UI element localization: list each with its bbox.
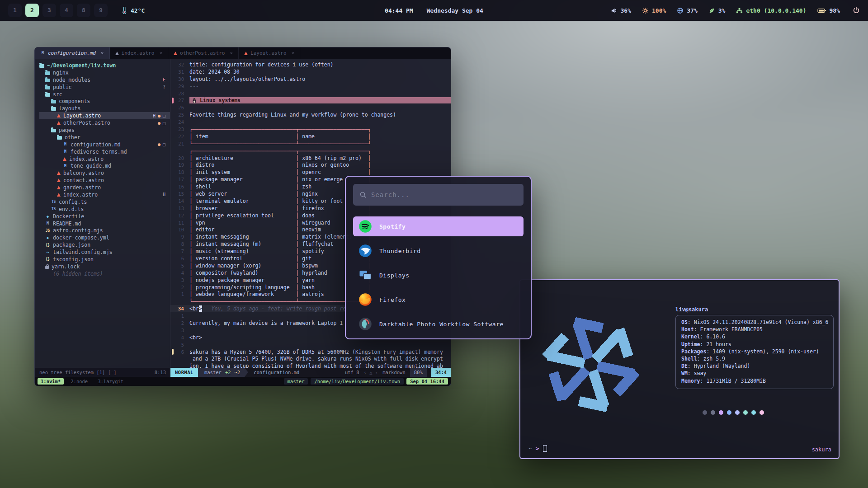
git-added: +2 xyxy=(225,370,231,375)
tree-item-README.md[interactable]: MREADME.md xyxy=(39,220,170,227)
statusline-filename: configuration.md xyxy=(254,370,299,375)
tree-item-index.astro[interactable]: index.astroH xyxy=(39,191,170,198)
line-number: 11 xyxy=(175,220,189,225)
tree-item-Dockerfile[interactable]: ◆Dockerfile xyxy=(39,213,170,220)
table-border: │ xyxy=(296,191,302,197)
line-number: 15 xyxy=(175,191,189,197)
workspace-button-9[interactable]: 9 xyxy=(94,4,108,17)
line-number: 10 xyxy=(175,227,189,232)
editor-tab-otherPost.astro[interactable]: otherPost.astro× xyxy=(168,47,239,59)
astro-file-icon xyxy=(244,52,248,55)
file-encoding: utf-8 xyxy=(345,370,359,375)
launcher-item-firefox[interactable]: Firefox xyxy=(353,290,524,310)
workspace-button-4[interactable]: 4 xyxy=(60,4,73,17)
tmux-window-3:lazygit[interactable]: 3:lazygit xyxy=(94,378,127,385)
line-text: Linux systems xyxy=(189,97,451,103)
battery-widget[interactable]: 98% xyxy=(817,7,840,14)
tree-item-contact.astro[interactable]: contact.astro xyxy=(39,177,170,184)
folder-open-icon xyxy=(39,64,44,68)
line-text: Favorite things regarding Linux and my w… xyxy=(189,112,451,118)
tree-item-src[interactable]: src xyxy=(39,91,170,98)
line-number: 16 xyxy=(175,184,189,189)
workspace-button-2[interactable]: 2 xyxy=(25,4,39,17)
docker-file-icon: ◆ xyxy=(45,214,50,219)
table-border: │ xyxy=(189,248,196,254)
workspace-button-8[interactable]: 8 xyxy=(77,4,90,17)
launcher-item-displays[interactable]: Displays xyxy=(353,265,524,285)
displays-icon xyxy=(359,268,372,282)
temperature-widget: 42°C xyxy=(121,7,145,14)
editor-tab-Layout.astro[interactable]: Layout.astro× xyxy=(239,47,300,59)
editor-tab-configuration.md[interactable]: Mconfiguration.md× xyxy=(35,47,110,59)
tree-item-badges: H●□ xyxy=(153,113,165,118)
tree-item-index.astro[interactable]: index.astro xyxy=(39,155,170,163)
tree-item-astro.config.mjs[interactable]: JSastro.config.mjs xyxy=(39,227,170,234)
power-button[interactable] xyxy=(853,7,860,14)
tree-item-nginx[interactable]: nginx xyxy=(39,69,170,76)
tree-item-docker-compose.yml[interactable]: ◆docker-compose.yml xyxy=(39,234,170,241)
tmux-window-2:node[interactable]: 2:node xyxy=(67,378,91,385)
tree-item-fediverse-terms.md[interactable]: Mfediverse-terms.md xyxy=(39,148,170,155)
table-border: ┌─────────────────────────────────┬─────… xyxy=(189,148,371,154)
tree-item-env.d.ts[interactable]: TSenv.d.ts xyxy=(39,206,170,213)
line-number: 5 xyxy=(175,263,189,268)
tree-item-balcony.astro[interactable]: balcony.astro xyxy=(39,169,170,177)
tree-item-tsconfig.json[interactable]: {}tsconfig.json xyxy=(39,256,170,263)
line-content xyxy=(189,104,193,111)
tree-item-otherPost.astro[interactable]: otherPost.astro●□ xyxy=(39,119,170,127)
fetch-colon: : xyxy=(706,348,712,356)
tmux-window-1:nvim*[interactable]: 1:nvim* xyxy=(38,378,64,385)
line-number: 29 xyxy=(175,84,189,89)
neotree-status-text: neo-tree filesystem [1] [-] xyxy=(39,370,117,375)
workspace-button-1[interactable]: 1 xyxy=(8,4,22,17)
tree-item-pages[interactable]: pages xyxy=(39,127,170,134)
tree-item-node_modules[interactable]: node_modulesE xyxy=(39,76,170,84)
tree-item-package.json[interactable]: {}package.json xyxy=(39,241,170,249)
volume-widget[interactable]: 36% xyxy=(611,7,631,14)
table-border: │ xyxy=(189,176,196,183)
tab-close-icon[interactable]: × xyxy=(159,50,162,56)
tree-item-configuration.md[interactable]: Mconfiguration.md●□ xyxy=(39,141,170,148)
fetch-colon: : xyxy=(688,319,694,326)
terminal-window[interactable]: liv@sakura OS: NixOS 24.11.20240828.71e9… xyxy=(519,279,840,459)
tab-close-icon[interactable]: × xyxy=(230,50,233,56)
neotree-panel[interactable]: ~/Development/liv.town nginxnode_modules… xyxy=(35,59,170,368)
tree-item-Layout.astro[interactable]: Layout.astroH●□ xyxy=(39,112,170,119)
table-border: │ xyxy=(296,198,302,204)
network-usage-widget[interactable]: 37% xyxy=(677,7,697,14)
cpu-widget[interactable]: 3% xyxy=(708,7,726,14)
launcher-item-darktable-photo-workflow-software[interactable]: Darktable Photo Workflow Software xyxy=(353,314,524,334)
line-content xyxy=(189,327,193,333)
tree-root[interactable]: ~/Development/liv.town xyxy=(39,62,170,69)
tree-item-layouts[interactable]: layouts xyxy=(39,105,170,112)
launcher-item-thunderbird[interactable]: Thunderbird xyxy=(353,241,524,261)
launcher-results: SpotifyThunderbirdDisplaysFirefoxDarktab… xyxy=(353,216,524,334)
tree-item-other[interactable]: other xyxy=(39,134,170,141)
globe-icon xyxy=(677,7,684,14)
tree-item-tone-guide.md[interactable]: Mtone-guide.md xyxy=(39,162,170,169)
search-input[interactable]: Search... xyxy=(353,184,524,206)
cursor-position: 34:4 xyxy=(431,368,451,377)
tree-item-public[interactable]: public? xyxy=(39,84,170,91)
typescript-file-icon: TS xyxy=(51,207,56,211)
network-widget[interactable]: eth0 (10.0.0.140) xyxy=(736,7,806,14)
tree-item-config.ts[interactable]: TSconfig.ts xyxy=(39,198,170,206)
workspace-button-3[interactable]: 3 xyxy=(42,4,56,17)
line-text xyxy=(189,104,451,111)
line-content: Linux systems xyxy=(200,97,241,103)
tree-item-garden.astro[interactable]: garden.astro xyxy=(39,184,170,191)
tree-item-name: yarn.lock xyxy=(52,263,80,270)
tree-item-components[interactable]: components xyxy=(39,98,170,105)
tree-item-(6 hidden items)[interactable]: (6 hidden items) xyxy=(39,270,170,277)
tree-item-tailwind.config.mjs[interactable]: ~tailwind.config.mjs xyxy=(39,249,170,256)
shell-prompt[interactable]: ~ > xyxy=(528,445,547,452)
firefox-icon xyxy=(359,293,372,306)
launcher-item-spotify[interactable]: Spotify xyxy=(353,216,524,236)
tab-close-icon[interactable]: × xyxy=(101,50,104,56)
editor-tab-index.astro[interactable]: index.astro× xyxy=(110,47,168,59)
tab-close-icon[interactable]: × xyxy=(292,50,295,56)
buffer-line: 5 xyxy=(170,341,451,348)
tree-item-yarn.lock[interactable]: yarn.lock xyxy=(39,263,170,270)
brightness-widget[interactable]: 100% xyxy=(642,7,666,14)
buffer-line: 30layout: ../../layouts/otherPost.astro xyxy=(170,75,451,83)
